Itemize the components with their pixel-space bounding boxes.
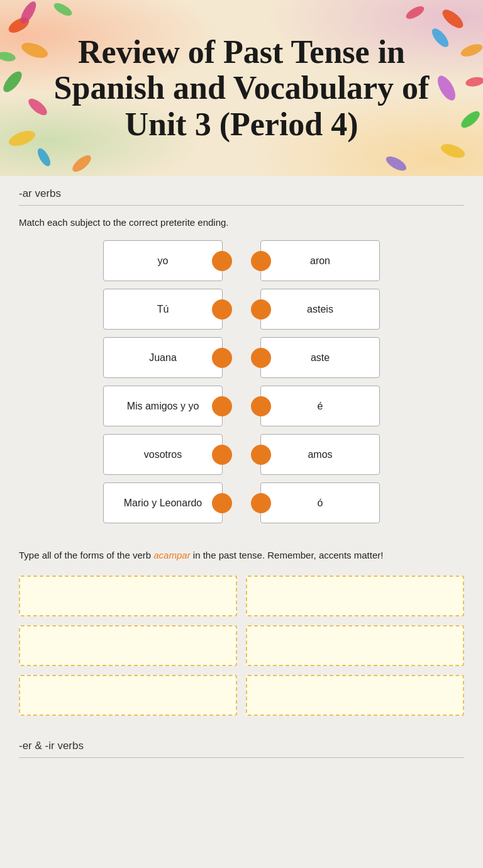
ar-verbs-section-header: -ar verbs xyxy=(19,176,464,206)
match-row-1: yo aron xyxy=(19,240,464,281)
match-row-5: vosotros amos xyxy=(19,434,464,475)
matching-grid: yo aron Tú asteis Juana xyxy=(19,240,464,523)
ending-aste[interactable]: aste xyxy=(260,337,380,378)
dot-o-right[interactable] xyxy=(251,493,271,513)
dot-juana-left[interactable] xyxy=(212,348,232,368)
dot-aste-right[interactable] xyxy=(251,348,271,368)
dot-asteis-right[interactable] xyxy=(251,299,271,320)
match-row-2: Tú asteis xyxy=(19,289,464,330)
page-title: Review of Past Tense in Spanish and Voca… xyxy=(0,21,483,155)
verb-input-1[interactable] xyxy=(19,576,237,616)
ending-aron[interactable]: aron xyxy=(260,240,380,281)
verb-forms-section: Type all of the forms of the verb acampa… xyxy=(19,548,464,716)
page-header: Review of Past Tense in Spanish and Voca… xyxy=(0,0,483,176)
verb-input-2[interactable] xyxy=(246,576,464,616)
dot-vosotros-left[interactable] xyxy=(212,445,232,465)
subject-mis-amigos[interactable]: Mis amigos y yo xyxy=(103,386,223,426)
verb-name: acampar xyxy=(153,550,190,560)
verb-input-6[interactable] xyxy=(246,675,464,716)
ending-e[interactable]: é xyxy=(260,386,380,426)
verb-input-5[interactable] xyxy=(19,675,237,716)
main-content: -ar verbs Match each subject to the corr… xyxy=(0,176,483,868)
verb-inputs-grid xyxy=(19,576,464,716)
verb-input-3[interactable] xyxy=(19,625,237,666)
dot-yo-left[interactable] xyxy=(212,251,232,271)
subject-mario-leonardo[interactable]: Mario y Leonardo xyxy=(103,482,223,523)
match-row-6: Mario y Leonardo ó xyxy=(19,482,464,523)
ending-o[interactable]: ó xyxy=(260,482,380,523)
match-row-3: Juana aste xyxy=(19,337,464,378)
ending-asteis[interactable]: asteis xyxy=(260,289,380,330)
ending-amos[interactable]: amos xyxy=(260,434,380,475)
matching-instruction: Match each subject to the correct preter… xyxy=(19,217,464,228)
subject-tu[interactable]: Tú xyxy=(103,289,223,330)
subject-juana[interactable]: Juana xyxy=(103,337,223,378)
dot-misamigos-left[interactable] xyxy=(212,396,232,416)
match-row-4: Mis amigos y yo é xyxy=(19,386,464,426)
dot-amos-right[interactable] xyxy=(251,445,271,465)
verb-input-4[interactable] xyxy=(246,625,464,666)
verb-instruction: Type all of the forms of the verb acampa… xyxy=(19,548,464,563)
er-ir-verbs-section-header: -er & -ir verbs xyxy=(19,728,464,758)
dot-e-right[interactable] xyxy=(251,396,271,416)
dot-aron-right[interactable] xyxy=(251,251,271,271)
subject-yo[interactable]: yo xyxy=(103,240,223,281)
dot-mario-left[interactable] xyxy=(212,493,232,513)
subject-vosotros[interactable]: vosotros xyxy=(103,434,223,475)
dot-tu-left[interactable] xyxy=(212,299,232,320)
